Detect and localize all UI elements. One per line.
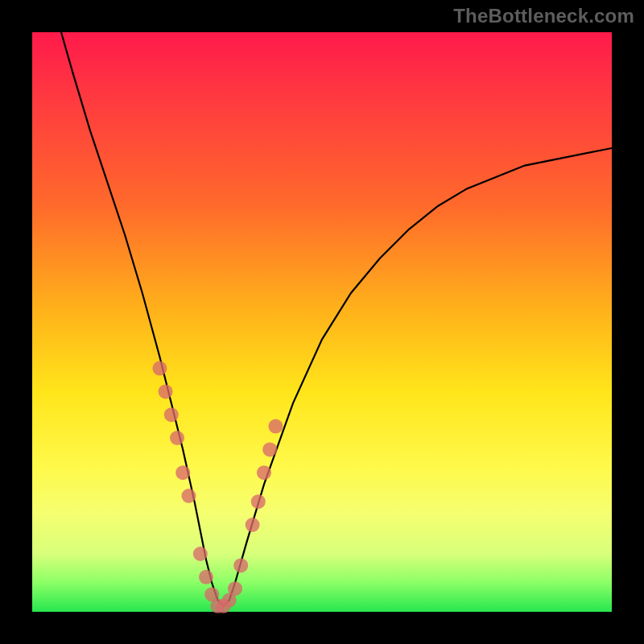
data-point	[170, 431, 184, 445]
data-point	[268, 419, 283, 434]
data-point	[251, 494, 266, 509]
data-point	[233, 558, 248, 572]
data-point	[199, 570, 213, 584]
data-point	[159, 384, 173, 398]
chart-svg	[32, 32, 612, 612]
data-point	[257, 465, 271, 480]
watermark-label: TheBottleneck.com	[453, 5, 634, 27]
data-point	[193, 547, 208, 561]
data-point	[228, 581, 242, 596]
curve-series	[61, 32, 612, 606]
data-point	[164, 407, 179, 422]
data-point	[246, 518, 260, 532]
data-point	[175, 465, 190, 480]
curve-path	[61, 32, 612, 606]
data-point	[262, 442, 277, 456]
data-point	[181, 489, 196, 503]
data-point	[152, 361, 167, 376]
chart-canvas: TheBottleneck.com	[0, 0, 644, 644]
plot-area	[32, 32, 612, 612]
